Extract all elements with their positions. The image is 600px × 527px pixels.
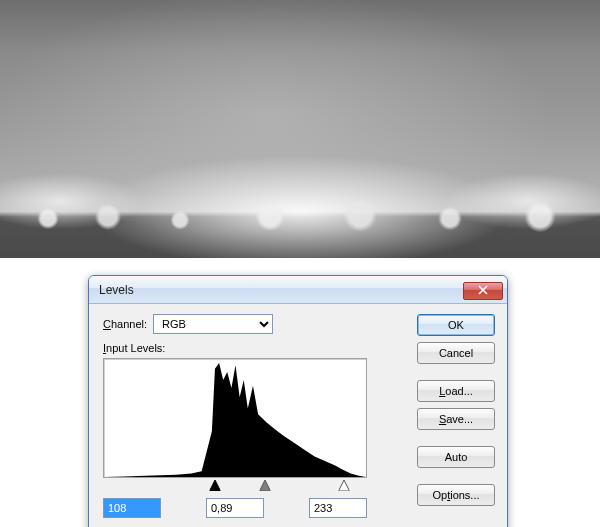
input-levels-values (103, 498, 367, 518)
channel-select[interactable]: RGB (153, 314, 273, 334)
svg-marker-2 (339, 480, 350, 491)
input-slider-track[interactable] (103, 480, 367, 494)
save-button[interactable]: Save... (417, 408, 495, 430)
dialog-title: Levels (99, 283, 463, 297)
midtone-input[interactable] (206, 498, 264, 518)
dialog-body: Channel: RGB Input Levels: (89, 304, 507, 527)
svg-marker-0 (209, 480, 220, 491)
channel-row: Channel: RGB (103, 314, 405, 334)
right-column: OK Cancel Load... Save... Auto Options..… (417, 314, 495, 527)
auto-button[interactable]: Auto (417, 446, 495, 468)
highlight-input[interactable] (309, 498, 367, 518)
close-icon (478, 285, 488, 297)
channel-label: Channel: (103, 318, 147, 330)
levels-dialog: Levels Channel: RGB Input Levels: (88, 275, 508, 527)
midtone-slider-handle[interactable] (260, 480, 271, 491)
close-button[interactable] (463, 282, 503, 300)
highlight-slider-handle[interactable] (339, 480, 350, 491)
load-button[interactable]: Load... (417, 380, 495, 402)
shadow-slider-handle[interactable] (209, 480, 220, 491)
histogram (103, 358, 367, 478)
input-levels-label: Input Levels: (103, 342, 405, 354)
background-image (0, 0, 600, 258)
cancel-button[interactable]: Cancel (417, 342, 495, 364)
shadow-input[interactable] (103, 498, 161, 518)
options-button[interactable]: Options... (417, 484, 495, 506)
svg-marker-1 (260, 480, 271, 491)
left-column: Channel: RGB Input Levels: (103, 314, 405, 527)
titlebar[interactable]: Levels (89, 276, 507, 304)
ok-button[interactable]: OK (417, 314, 495, 336)
